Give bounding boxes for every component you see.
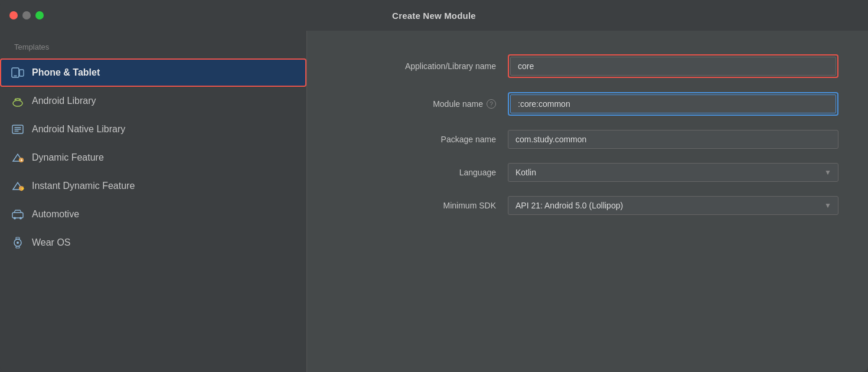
language-select-wrapper: Kotlin Java ▼	[508, 163, 838, 182]
window-title: Create New Module	[392, 11, 476, 21]
sidebar-item-wear-os[interactable]: Wear OS	[0, 229, 306, 257]
minimize-button[interactable]	[22, 11, 31, 19]
maximize-button[interactable]	[35, 11, 44, 19]
traffic-lights	[9, 11, 44, 19]
phone-tablet-icon	[11, 66, 25, 80]
dynamic-feature-label: Dynamic Feature	[32, 152, 104, 163]
sidebar-item-phone-tablet[interactable]: Phone & Tablet	[0, 58, 306, 87]
android-native-library-label: Android Native Library	[32, 124, 125, 135]
app-name-label: Application/Library name	[342, 61, 508, 71]
wear-os-label: Wear OS	[32, 237, 71, 248]
sidebar: Templates Phone & Tablet	[0, 31, 307, 372]
package-name-label: Package name	[342, 135, 508, 144]
wear-os-icon	[11, 236, 25, 250]
module-name-label: Module name ?	[342, 99, 508, 109]
module-name-input-wrapper	[508, 92, 838, 116]
form-panel: Application/Library name Module name ?	[307, 31, 868, 372]
app-name-input-wrapper	[508, 54, 838, 78]
content-area: Templates Phone & Tablet	[0, 31, 868, 372]
language-label: Language	[342, 168, 508, 177]
language-select[interactable]: Kotlin Java	[508, 163, 838, 182]
title-bar: Create New Module	[0, 0, 868, 31]
automotive-icon	[11, 207, 25, 221]
min-sdk-row: Minimum SDK API 21: Android 5.0 (Lollipo…	[342, 196, 838, 215]
package-name-input[interactable]	[508, 130, 838, 149]
package-name-row: Package name	[342, 130, 838, 149]
app-name-row: Application/Library name	[342, 54, 838, 78]
svg-rect-1	[19, 70, 24, 76]
templates-section-label: Templates	[0, 43, 306, 58]
svg-text:+: +	[21, 158, 23, 162]
module-name-input[interactable]	[510, 94, 836, 113]
svg-point-18	[17, 242, 19, 244]
module-name-row: Module name ?	[342, 92, 838, 116]
android-native-icon	[11, 122, 25, 136]
instant-dynamic-icon: ⚡	[11, 179, 25, 193]
svg-text:⚡: ⚡	[20, 186, 24, 191]
sidebar-item-automotive[interactable]: Automotive	[0, 200, 306, 229]
main-window: Create New Module Templates Phone & Tabl…	[0, 0, 868, 372]
svg-point-15	[14, 217, 16, 220]
min-sdk-select[interactable]: API 21: Android 5.0 (Lollipop) API 23: A…	[508, 196, 838, 215]
phone-tablet-label: Phone & Tablet	[32, 67, 100, 78]
svg-rect-19	[16, 237, 19, 239]
android-library-icon	[11, 94, 25, 108]
instant-dynamic-feature-label: Instant Dynamic Feature	[32, 181, 135, 191]
sidebar-item-dynamic-feature[interactable]: + Dynamic Feature	[0, 143, 306, 172]
close-button[interactable]	[9, 11, 18, 19]
app-name-input[interactable]	[510, 57, 836, 76]
svg-point-3	[13, 100, 22, 106]
module-name-help-icon[interactable]: ?	[487, 99, 496, 109]
min-sdk-select-wrapper: API 21: Android 5.0 (Lollipop) API 23: A…	[508, 196, 838, 215]
language-row: Language Kotlin Java ▼	[342, 163, 838, 182]
svg-rect-14	[12, 213, 23, 218]
sidebar-item-instant-dynamic-feature[interactable]: ⚡ Instant Dynamic Feature	[0, 172, 306, 200]
automotive-label: Automotive	[32, 209, 79, 220]
svg-point-16	[19, 217, 22, 220]
sidebar-item-android-native-library[interactable]: Android Native Library	[0, 115, 306, 143]
android-library-label: Android Library	[32, 96, 96, 106]
dynamic-feature-icon: +	[11, 151, 25, 165]
min-sdk-label: Minimum SDK	[342, 201, 508, 210]
svg-rect-20	[16, 246, 19, 248]
sidebar-item-android-library[interactable]: Android Library	[0, 87, 306, 115]
